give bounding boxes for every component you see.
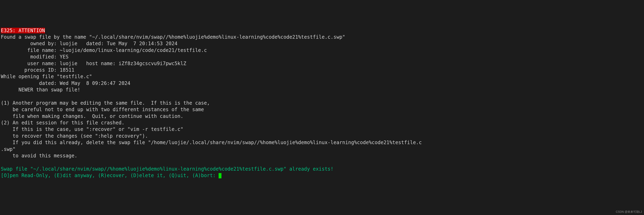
while-opening-line: While opening file "testfile.c" [1, 74, 92, 79]
advice-1b: be careful not to end up with two differ… [1, 107, 204, 112]
swap-exists-line: Swap file "~/.local/share/nvim/swap//%ho… [1, 166, 334, 172]
prompt-options[interactable]: [O]pen Read-Only, (E)dit anyway, (R)ecov… [1, 173, 218, 178]
swap-found-line: Found a swap file by the name "~/.local/… [1, 34, 345, 40]
advice-2e: .swp" [1, 146, 16, 152]
terminal-output: E325: ATTENTION Found a swap file by the… [1, 27, 643, 179]
advice-1c: file when making changes. Quit, or conti… [1, 113, 183, 119]
cursor[interactable] [218, 173, 222, 178]
process-id-line: process ID: 18511 [1, 67, 74, 73]
advice-2a: (2) An edit session for this file crashe… [1, 120, 124, 126]
error-header: E325: ATTENTION [1, 28, 45, 33]
advice-2d: If you did this already, delete the swap… [1, 140, 422, 145]
file-name-line: file name: ~luojie/demo/linux-learning/c… [1, 47, 207, 53]
dated-line: dated: Wed May 8 09:26:47 2024 [1, 80, 130, 86]
modified-line: modified: YES [1, 54, 68, 60]
user-host-line: user name: luojie host name: iZf8z34gcsc… [1, 61, 186, 66]
advice-1a: (1) Another program may be editing the s… [1, 100, 210, 106]
advice-2f: to avoid this message. [1, 153, 78, 159]
watermark: CSDN @未来可期LJ [616, 210, 642, 214]
owned-by-line: owned by: luojie dated: Tue May 7 20:14:… [1, 41, 178, 46]
advice-2c: to recover the changes (see ":help recov… [1, 133, 148, 139]
newer-line: NEWER than swap file! [1, 87, 80, 93]
advice-2b: If this is the case, use ":recover" or "… [1, 126, 183, 132]
